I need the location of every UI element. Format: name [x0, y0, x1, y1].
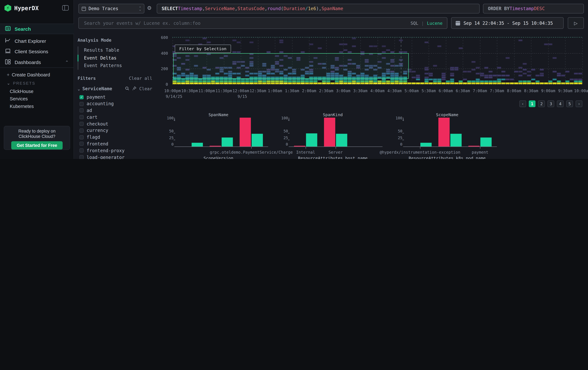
clear-group-button[interactable]: Clear — [139, 86, 152, 91]
database-icon — [82, 7, 86, 11]
checkbox-unchecked[interactable] — [80, 102, 84, 106]
play-icon: ▷ — [574, 20, 578, 26]
chevron-down-icon: ⌄ — [7, 81, 11, 85]
mini-chart-y-tick: 50 — [162, 129, 174, 133]
lang-toggle-sql[interactable]: SQL — [410, 20, 418, 26]
heatmap-gridline — [531, 38, 532, 84]
checkbox-checked[interactable]: ✓ — [80, 95, 84, 99]
brand-logo[interactable]: ⚡ HyperDX — [4, 4, 39, 11]
lang-toggle-lucene[interactable]: Lucene — [427, 20, 443, 26]
sql-select-editor[interactable]: SELECT Timestamp, ServiceName, StatusCod… — [157, 4, 480, 13]
query-token: , — [202, 6, 205, 11]
mini-chart-title: ResourceAttributes.k8s.pod.name — [390, 156, 504, 159]
checkbox-unchecked[interactable] — [80, 155, 84, 159]
filter-option-label: frontend-proxy — [87, 148, 125, 153]
checkbox-unchecked[interactable] — [80, 135, 84, 139]
run-query-button[interactable]: ▷ — [568, 17, 584, 29]
heatmap-gridline — [497, 38, 497, 84]
filter-option-cart[interactable]: cart — [78, 114, 152, 120]
mini-chart-SpanKind[interactable]: SpanKind10050250InternalServer — [276, 111, 390, 154]
search-nav-icon — [5, 25, 11, 32]
filter-option-frontend-proxy[interactable]: frontend-proxy — [78, 147, 152, 154]
get-started-button[interactable]: Get Started for Free — [11, 141, 63, 150]
sidebar-item-dashboards[interactable]: Dashboards ⌃ — [0, 57, 74, 68]
search-icon[interactable] — [125, 86, 129, 92]
query-token: round — [267, 6, 281, 11]
presets-toggle[interactable]: ⌄ PRESETS — [7, 81, 35, 85]
create-dashboard-button[interactable]: + Create Dashboard — [7, 72, 50, 78]
mini-chart-y-tick: 50 — [391, 129, 402, 133]
chart-explorer-icon — [5, 38, 11, 45]
filter-option-currency[interactable]: currency — [78, 127, 152, 134]
page-next-button[interactable]: › — [576, 100, 582, 107]
query-token: SELECT — [162, 6, 178, 11]
analysis-mode-title: Analysis Mode — [78, 38, 152, 43]
filter-option-checkout[interactable]: checkout — [78, 120, 152, 127]
sidebar-item-client-sessions[interactable]: Client Sessions — [0, 47, 74, 57]
sidebar-item-services[interactable]: Services — [10, 96, 28, 102]
pin-icon[interactable] — [132, 86, 137, 92]
gear-icon[interactable]: ⚙ — [147, 5, 152, 11]
sidebar-item-label: Dashboards — [15, 59, 41, 65]
clear-all-button[interactable]: Clear all — [129, 75, 152, 81]
filter-option-payment[interactable]: ✓payment — [78, 94, 152, 100]
heatmap-date-label: 9/15 — [238, 94, 247, 99]
heatmap-gridline — [463, 38, 463, 84]
heatmap-selection[interactable] — [173, 53, 409, 79]
presets-label: PRESETS — [13, 81, 35, 85]
page-button-1[interactable]: 1 — [529, 100, 536, 107]
checkbox-unchecked[interactable] — [80, 149, 84, 153]
order-by-editor[interactable]: ORDER BY Timestamp DESC — [483, 4, 584, 13]
checkbox-unchecked[interactable] — [80, 142, 84, 146]
sidebar-item-label: Client Sessions — [15, 49, 48, 54]
query-token: Timestamp — [178, 6, 202, 11]
bar-red — [438, 118, 450, 146]
filter-option-ad[interactable]: ad — [78, 107, 152, 114]
mini-chart-y-tick: 25 — [277, 136, 288, 140]
filter-option-accounting[interactable]: accounting — [78, 100, 152, 107]
filter-option-load-generator[interactable]: load-generator — [78, 154, 152, 159]
sidebar-item-kubernetes[interactable]: Kubernetes — [10, 104, 34, 109]
mini-chart-SpanName[interactable]: SpanName10050250grpc.oteldemo.PaymentSer… — [161, 111, 276, 154]
mini-chart-plot: 10050250InternalServer — [289, 118, 382, 147]
analysis-mode-results-table[interactable]: Results Table — [78, 47, 152, 54]
query-token: SpanName — [322, 6, 343, 11]
source-select[interactable]: Demo Traces ⌃⌄ — [78, 4, 144, 13]
checkbox-unchecked[interactable] — [80, 115, 84, 119]
sidebar-item-chart-explorer[interactable]: Chart Explorer — [0, 36, 74, 46]
mini-chart-ResourceAttributes.k8s.pod.name[interactable]: ResourceAttributes.k8s.pod.name10050250p… — [390, 154, 504, 159]
heatmap-gridline — [514, 38, 514, 84]
page-button-4[interactable]: 4 — [557, 100, 564, 107]
mini-chart-y-tick: 100 — [277, 116, 288, 120]
checkbox-unchecked[interactable] — [80, 129, 84, 133]
mini-chart-ScopeName[interactable]: ScopeName10050250@hyperdx/instrumentatio… — [390, 111, 504, 154]
filter-option-flagd[interactable]: flagd — [78, 134, 152, 140]
filter-option-label: accounting — [87, 101, 114, 107]
mini-chart-y-tick: 0 — [162, 142, 174, 146]
filter-by-selection-button[interactable]: Filter by Selection — [175, 45, 231, 53]
page-button-3[interactable]: 3 — [547, 100, 554, 107]
heatmap-gridline — [411, 38, 412, 84]
mini-chart-x-label: Internal — [296, 150, 315, 154]
page-button-2[interactable]: 2 — [538, 100, 545, 107]
sidebar-item-clickhouse[interactable]: ClickHouse — [10, 89, 33, 94]
mini-chart-title: SpanName — [161, 112, 276, 117]
heatmap-y-tick-label: 400 — [156, 51, 168, 55]
mini-chart-ResourceAttributes.host.name[interactable]: ResourceAttributes.host.name10050250paym… — [276, 154, 390, 159]
sidebar-collapse-icon[interactable] — [62, 5, 69, 11]
date-range-picker[interactable]: Sep 14 22:04:35 - Sep 15 10:04:35 — [451, 17, 564, 29]
filter-group-header-ServiceName[interactable]: ⌄ServiceNameClear — [78, 86, 152, 92]
page-prev-button[interactable]: ‹ — [519, 100, 526, 107]
clickhouse-cloud-promo: Ready to deploy on ClickHouse Cloud? Get… — [4, 126, 70, 150]
analysis-mode-event-patterns[interactable]: Event Patterns — [78, 62, 152, 70]
page-button-5[interactable]: 5 — [566, 100, 573, 107]
checkbox-unchecked[interactable] — [80, 122, 84, 126]
checkbox-unchecked[interactable] — [80, 109, 84, 113]
sidebar-item-search[interactable]: Search — [0, 24, 74, 34]
analysis-mode-event-deltas[interactable]: Event Deltas — [78, 54, 152, 62]
heatmap-gridline — [429, 38, 429, 84]
bar-red — [210, 146, 221, 147]
mini-chart-ScopeVersion[interactable]: ScopeVersion100502500.1.00.51.1 — [161, 154, 276, 159]
search-input[interactable] — [83, 20, 408, 26]
filter-option-frontend[interactable]: frontend — [78, 140, 152, 147]
